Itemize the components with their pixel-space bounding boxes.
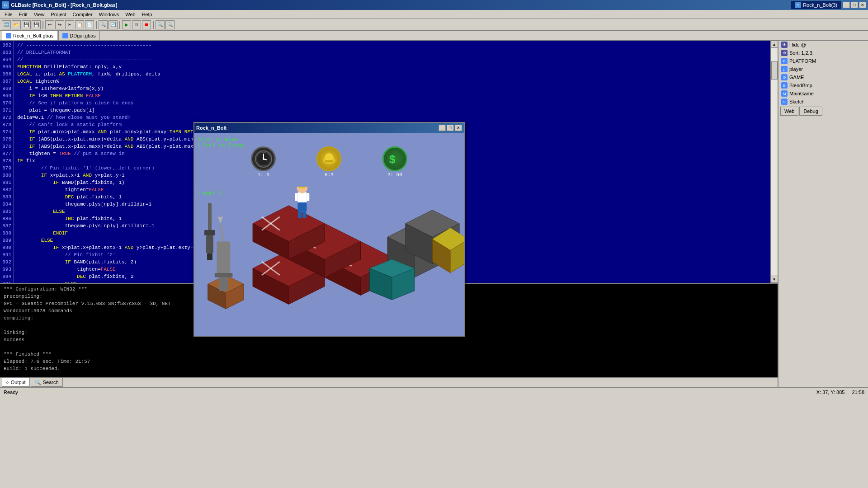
svg-rect-34 (297, 192, 307, 203)
taskbar-item[interactable]: G Rock_n_Bolt(3) (791, 1, 841, 9)
rp-maingame-label: MainGame (789, 91, 814, 96)
rp-item-game[interactable]: G GAME (778, 73, 868, 81)
toolbar-open[interactable]: 📂 (12, 20, 21, 29)
rp-item-platform[interactable]: P PLATFORM (778, 57, 868, 65)
title-bar-text: GLBasic [Rock_n_Bolt] - [Rock_n_Bolt.gba… (11, 2, 117, 8)
toolbar-undo[interactable]: ↩ (45, 20, 54, 29)
scrollbar-vertical[interactable]: ▲ ▼ (770, 41, 778, 283)
menu-compiler[interactable]: Compiler (70, 11, 95, 18)
scroll-down-button[interactable]: ▼ (771, 276, 778, 283)
menu-project[interactable]: Project (48, 11, 69, 18)
game-title-text: Rock_n_Bolt (196, 125, 226, 131)
toolbar-new[interactable]: 🆕 (2, 20, 11, 29)
toolbar-paste[interactable]: 📄 (85, 20, 94, 29)
app-icon: G (2, 1, 9, 9)
game-minimize-button[interactable]: _ (439, 125, 446, 131)
svg-rect-39 (307, 193, 309, 201)
svg-rect-38 (295, 193, 298, 201)
toolbar-find[interactable]: 🔍 (99, 20, 108, 29)
toolbar-stop[interactable]: ⏹ (142, 20, 151, 29)
toolbar-sep2 (96, 21, 97, 29)
toolbar-zoomin[interactable]: 🔍 (156, 20, 165, 29)
code-line: // -------------------------------------… (17, 42, 767, 49)
bottom-tab-search[interactable]: 🔍 Search (31, 378, 63, 387)
toolbar-run[interactable]: ▶ (122, 20, 131, 29)
right-panel-bottom (778, 283, 868, 387)
taskbar-text: Rock_n_Bolt(3) (803, 2, 837, 8)
svg-rect-58 (215, 273, 233, 277)
rp-tab-debug-label: Debug (803, 108, 818, 114)
code-line: i = IsThereAPlatform(x,y) (17, 85, 767, 92)
rp-player-label: player (789, 66, 803, 72)
toolbar-save[interactable]: 💾 (22, 20, 31, 29)
rp-sketch-label: Sketch (789, 99, 805, 104)
toolbar-pause[interactable]: ⏸ (132, 20, 141, 29)
code-line: // DRILLPLATFORMAT (17, 49, 767, 56)
toolbar-zoomout[interactable]: 🔍 (165, 20, 175, 29)
tab-ddgui[interactable]: DDgui.gbas (58, 31, 99, 40)
title-bar-buttons: _ □ ✕ (843, 2, 866, 8)
status-left: Ready (4, 389, 18, 395)
rp-item-player[interactable]: p player (778, 65, 868, 73)
hud-clock-icon (251, 146, 276, 171)
menu-bar: File Edit View Project Compiler Windows … (0, 10, 868, 19)
rp-blendbmp-label: BlendBmp (789, 83, 812, 88)
tab-rocknbolt-icon (6, 33, 11, 38)
toolbar-redo[interactable]: ↪ (55, 20, 64, 29)
scroll-thumb[interactable] (771, 61, 778, 80)
menu-view[interactable]: View (31, 11, 47, 18)
hud-item-money: $ 2: 50 (382, 146, 407, 178)
game-hud-icons: 1: 0 H:3 (194, 146, 464, 178)
rp-sort-label: Sort: 1,2,3, (789, 50, 814, 56)
output-line-success: success (4, 336, 774, 343)
hud-money-label: 2: 50 (387, 172, 402, 178)
tab-ddgui-icon (62, 33, 68, 38)
scroll-up-button[interactable]: ▲ (771, 41, 778, 48)
menu-file[interactable]: File (2, 11, 15, 18)
tab-rocknbolt[interactable]: Rock_n_Bolt.gbas (2, 31, 57, 40)
sketch-icon: S (781, 99, 788, 105)
toolbar-sep4 (153, 21, 154, 29)
rp-tab-web-label: Web (784, 108, 794, 114)
toolbar-copy[interactable]: 📋 (75, 20, 84, 29)
search-tab-label: Search (43, 380, 59, 385)
game-icon: G (781, 74, 788, 80)
rp-item-sort[interactable]: ⚙ Sort: 1,2,3, (778, 49, 868, 57)
toolbar-saveall[interactable]: 💾 (32, 20, 41, 29)
game-close-button[interactable]: ✕ (455, 125, 462, 131)
scroll-track[interactable] (771, 48, 778, 276)
menu-edit[interactable]: Edit (16, 11, 30, 18)
game-area: Crsr to move LCtrl to Screw (194, 133, 464, 336)
rp-item-sketch[interactable]: S Sketch (778, 98, 868, 106)
main-area: 862 863 864 865 866 867 868 869 870 871 … (0, 41, 868, 283)
code-line: delta=0.1 // how close must you stand? (17, 114, 767, 121)
menu-help[interactable]: Help (139, 11, 155, 18)
toolbar: 🆕 📂 💾 💾 ↩ ↪ ✂ 📋 📄 🔍 🔄 ▶ ⏸ ⏹ 🔍 🔍 (0, 19, 868, 31)
rp-item-blendbmp[interactable]: B BlendBmp (778, 81, 868, 89)
code-line: LOCAL tighten% (17, 78, 767, 85)
rp-tab-debug[interactable]: Debug (799, 107, 822, 116)
sort-icon: ⚙ (781, 50, 788, 56)
minimize-button[interactable]: _ (843, 2, 850, 8)
menu-web[interactable]: Web (123, 11, 138, 18)
svg-rect-40 (298, 211, 302, 218)
rp-platform-label: PLATFORM (789, 58, 816, 64)
hud-clock-label: 1: 0 (257, 172, 269, 178)
output-line-elapsed: Elapsed: 7.6 sec. Time: 21:57 (4, 358, 774, 365)
game-title-bar: Rock_n_Bolt _ □ ✕ (194, 123, 464, 133)
status-time: 21:58 (852, 389, 864, 395)
close-button[interactable]: ✕ (859, 2, 866, 8)
svg-rect-59 (219, 277, 228, 291)
game-maximize-button[interactable]: □ (447, 125, 454, 131)
menu-windows[interactable]: Windows (96, 11, 122, 18)
status-bar: Ready X: 37, Y: 885 21:58 (0, 387, 868, 397)
svg-text:$: $ (389, 153, 396, 165)
toolbar-cut[interactable]: ✂ (65, 20, 74, 29)
svg-rect-35 (297, 202, 307, 211)
toolbar-replace[interactable]: 🔄 (108, 20, 118, 29)
maximize-button[interactable]: □ (851, 2, 858, 8)
rp-item-maingame[interactable]: M MainGame (778, 89, 868, 98)
rp-tab-web[interactable]: Web (780, 107, 798, 116)
rp-item-hide[interactable]: 👁 Hide @ (778, 41, 868, 49)
bottom-tab-output[interactable]: ○ Output (2, 378, 30, 387)
